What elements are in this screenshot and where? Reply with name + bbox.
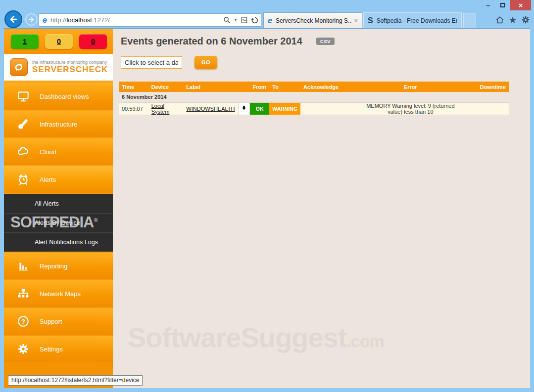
device-link[interactable]: Local System: [151, 103, 170, 115]
alarm-clock-icon: [17, 173, 30, 186]
sidebar-item-dashboard-views[interactable]: Dashboard views: [4, 83, 113, 110]
ie-favicon: e: [268, 17, 272, 25]
cell-device: Local System: [148, 102, 184, 115]
sidebar-subitem-label: Alert Notifications Logs: [35, 239, 98, 246]
search-dropdown-icon[interactable]: ▼: [234, 18, 238, 22]
counter-error[interactable]: 0: [79, 34, 107, 49]
forward-button[interactable]: [25, 13, 38, 26]
tab-softpedia-label: Softpedia - Free Downloads En...: [377, 17, 457, 24]
counter-ok[interactable]: 1: [11, 34, 39, 49]
address-bar[interactable]: e http://localhost:1272/ ▼: [39, 13, 261, 27]
forward-arrow-icon: [28, 16, 35, 23]
sidebar-subitem-alert-notifications-logs[interactable]: Alert Notifications Logs: [4, 232, 113, 252]
search-icon[interactable]: [223, 16, 231, 24]
network-icon: [17, 287, 30, 300]
gear-icon: [17, 343, 30, 355]
serverscheck-logo-icon: [10, 58, 28, 76]
tools-icon[interactable]: [521, 15, 531, 25]
sidebar-item-label: Cloud: [40, 148, 56, 156]
sidebar-item-settings[interactable]: Settings: [4, 336, 113, 362]
sidebar-item-alerts[interactable]: Alerts: [4, 166, 113, 193]
thermometer-icon: [17, 118, 30, 131]
status-url-tooltip: http://localhost:1272/listalerts2.html?f…: [8, 375, 143, 386]
status-counters: 1 0 0: [4, 29, 113, 54]
tab-close-icon[interactable]: ×: [354, 17, 358, 24]
status-badge-to: WARNING: [269, 102, 300, 115]
minimize-button[interactable]: –: [481, 0, 495, 10]
sidebar-item-label: Support: [40, 318, 62, 325]
col-label: Label: [183, 82, 238, 92]
go-button[interactable]: GO: [194, 56, 217, 69]
sidebar: 1 0 0 the infrastructure monitoring comp…: [4, 29, 113, 388]
sidebar-item-label: Settings: [40, 346, 63, 353]
serverscheck-logo[interactable]: the infrastructure monitoring company SE…: [4, 54, 113, 81]
cell-error: MEMORY Warning level: 9 (returned value)…: [358, 102, 463, 115]
col-acknowledge: Acknowledge: [300, 82, 358, 92]
sidebar-subitem-label: Alerts By Device: [35, 219, 80, 226]
sidebar-item-network-maps[interactable]: Network Maps: [4, 280, 113, 307]
sidebar-subitem-all-alerts[interactable]: All Alerts: [4, 194, 113, 213]
sidebar-item-reporting[interactable]: Reporting: [4, 253, 113, 279]
col-to: To: [269, 82, 300, 92]
cell-label: WINDOWSHEALTH: [183, 102, 238, 115]
cell-time: 00:59:07: [119, 102, 148, 115]
favorites-icon[interactable]: ★: [508, 15, 518, 25]
softpedia-favicon: S: [368, 16, 373, 25]
new-tab-button[interactable]: [463, 13, 476, 28]
date-input[interactable]: [121, 56, 182, 69]
main-content: Events generated on 6 November 2014 CSV …: [113, 29, 530, 388]
sidebar-subitem-label: All Alerts: [35, 200, 59, 207]
tab-softpedia[interactable]: S Softpedia - Free Downloads En...: [363, 12, 462, 28]
page-title: Events generated on 6 November 2014: [121, 36, 302, 47]
sidebar-item-label: Alerts: [40, 176, 56, 183]
tab-serverscheck[interactable]: e ServersCheck Monitoring S... ×: [263, 12, 362, 28]
help-icon: ?: [17, 315, 30, 328]
compatibility-page-icon[interactable]: [241, 16, 248, 24]
logo-tagline: the infrastructure monitoring company: [32, 60, 108, 65]
close-button[interactable]: ×: [510, 0, 531, 10]
back-button[interactable]: [4, 10, 22, 28]
home-icon[interactable]: [495, 15, 505, 25]
sidebar-item-support[interactable]: ? Support: [4, 308, 113, 335]
col-bell: [238, 82, 249, 92]
col-from: From: [249, 82, 269, 92]
titlebar: – ×: [0, 0, 534, 11]
sidebar-item-label: Infrastructure: [40, 121, 78, 128]
logo-brand: SERVERSCHECK: [32, 65, 108, 75]
tab-serverscheck-label: ServersCheck Monitoring S...: [276, 17, 352, 24]
label-link[interactable]: WINDOWSHEALTH: [186, 106, 235, 112]
csv-export-button[interactable]: CSV: [316, 38, 335, 45]
bar-chart-icon: [17, 260, 30, 272]
status-badge-from: OK: [249, 102, 269, 115]
maximize-icon: [500, 3, 505, 7]
page-content: 1 0 0 the infrastructure monitoring comp…: [4, 28, 530, 388]
back-arrow-icon: [8, 14, 18, 24]
cloud-icon: [17, 145, 30, 158]
softwaresuggest-watermark: SoftwareSuggest.com: [128, 321, 384, 353]
svg-text:?: ?: [21, 318, 25, 325]
col-device: Device: [148, 82, 184, 92]
date-group-row: 6 November 2014: [119, 92, 509, 102]
sidebar-item-label: Dashboard views: [40, 93, 89, 100]
maximize-button[interactable]: [495, 0, 510, 10]
events-table: Time Device Label From To Acknowledge Er…: [119, 82, 509, 115]
url-text[interactable]: http://localhost:1272/: [50, 16, 223, 24]
sidebar-subitem-alerts-by-device[interactable]: Alerts By Device: [4, 213, 113, 232]
bell-icon[interactable]: [241, 105, 247, 111]
refresh-icon[interactable]: [251, 16, 259, 24]
url-protocol: http://: [50, 16, 67, 24]
monitor-icon: [17, 90, 30, 103]
col-time: Time: [119, 82, 148, 92]
cell-downtime: [463, 102, 509, 115]
sidebar-item-label: Network Maps: [40, 290, 81, 298]
counter-warning[interactable]: 0: [45, 34, 73, 49]
table-header-row: Time Device Label From To Acknowledge Er…: [119, 82, 509, 92]
table-row: 00:59:07 Local System WINDOWSHEALTH OK W…: [119, 102, 509, 115]
url-host: localhost: [66, 16, 92, 24]
sidebar-item-infrastructure[interactable]: Infrastructure: [4, 111, 113, 137]
url-port: :1272/: [92, 16, 110, 24]
sidebar-item-cloud[interactable]: Cloud: [4, 138, 113, 165]
sidebar-item-label: Reporting: [40, 262, 67, 270]
col-downtime: Downtime: [463, 82, 509, 92]
col-error: Error: [358, 82, 463, 92]
